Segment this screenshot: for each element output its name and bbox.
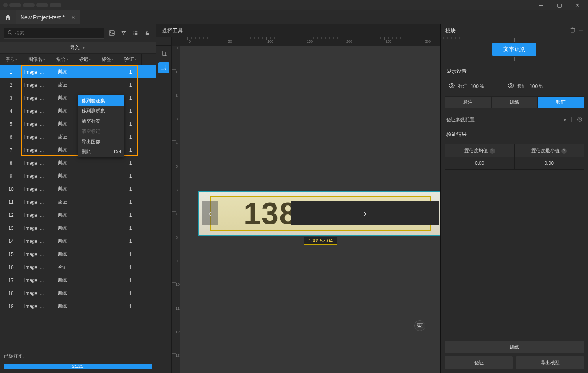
- add-module-icon[interactable]: +: [579, 26, 583, 35]
- list-view-icon[interactable]: [131, 29, 140, 37]
- table-row[interactable]: 17image_...训练1: [0, 274, 156, 287]
- svg-rect-20: [419, 325, 420, 326]
- col-index[interactable]: 序号▾: [0, 54, 22, 65]
- col-name[interactable]: 图像名▾: [22, 54, 51, 65]
- table-row[interactable]: 12image_...训练1: [0, 209, 156, 222]
- ctx-move-to-validation[interactable]: 移到验证集: [78, 95, 124, 106]
- train-button[interactable]: 训练: [445, 341, 584, 353]
- maximize-button[interactable]: ▢: [550, 0, 568, 10]
- th-confidence-min: 置信度最小值?: [515, 144, 584, 157]
- prev-image-button[interactable]: ‹: [202, 201, 218, 225]
- ctx-clear-mark: 清空标记: [78, 126, 124, 136]
- verify-config-row[interactable]: 验证参数配置 ▸ |: [441, 113, 588, 127]
- ruler-vertical: 012345678910111213: [172, 46, 180, 373]
- show-verification-toggle[interactable]: 验证 100 %: [508, 82, 543, 90]
- project-tab[interactable]: New Project-test * ✕: [16, 10, 80, 24]
- canvas[interactable]: 138957-04 ‹ › 138957-04: [180, 46, 440, 373]
- center-header: 选择工具: [156, 24, 440, 37]
- image-filter-icon[interactable]: [108, 29, 116, 37]
- svg-rect-18: [417, 325, 418, 326]
- search-input[interactable]: [15, 30, 101, 36]
- table-row[interactable]: 19image_...训练1: [0, 300, 156, 313]
- tab-annotate[interactable]: 标注: [445, 96, 491, 108]
- table-row[interactable]: 8image_...训练1: [0, 157, 156, 170]
- svg-rect-19: [419, 325, 419, 326]
- verify-button[interactable]: 验证: [445, 356, 513, 369]
- svg-point-24: [451, 85, 453, 86]
- svg-rect-4: [134, 31, 134, 32]
- svg-rect-15: [419, 325, 420, 325]
- right-panel: 模块 + 文本识别 显示设置 标注 100 %: [440, 24, 588, 373]
- table-row[interactable]: 18image_...训练1: [0, 287, 156, 300]
- tab-close-icon[interactable]: ✕: [71, 14, 76, 21]
- table-row[interactable]: 14image_...训练1: [0, 235, 156, 248]
- tabbar: New Project-test * ✕: [0, 10, 588, 24]
- module-chip[interactable]: 文本识别: [492, 43, 536, 56]
- center-panel: 选择工具 050100150200250300 0123456789101112…: [156, 24, 440, 373]
- svg-rect-10: [146, 33, 149, 35]
- svg-rect-5: [135, 31, 137, 32]
- table-row[interactable]: 11image_...验证1: [0, 196, 156, 209]
- table-row[interactable]: 1image_...训练1: [0, 65, 156, 78]
- next-image-button[interactable]: ›: [291, 201, 439, 225]
- context-menu: 移到验证集 移到测试集 清空标签 清空标记 导出图像 删除Del: [78, 95, 124, 157]
- table-row[interactable]: 2image_...验证1: [0, 78, 156, 91]
- svg-rect-8: [134, 34, 134, 35]
- tab-train[interactable]: 训练: [491, 96, 538, 108]
- progress-text: 21/21: [72, 364, 83, 369]
- eye-icon: [508, 82, 514, 90]
- col-tag[interactable]: 标签▾: [96, 54, 119, 65]
- ocr-region[interactable]: 138957-04 ‹ ›: [198, 191, 440, 236]
- col-set[interactable]: 集合▾: [51, 54, 73, 65]
- tool-select[interactable]: [158, 62, 169, 73]
- svg-rect-21: [421, 325, 421, 326]
- table-row[interactable]: 10image_...训练1: [0, 183, 156, 196]
- help-icon[interactable]: ?: [490, 148, 495, 154]
- svg-rect-14: [419, 325, 419, 325]
- ctx-move-to-test[interactable]: 移到测试集: [78, 106, 124, 116]
- ctx-export-image[interactable]: 导出图像: [78, 136, 124, 147]
- svg-rect-23: [418, 326, 421, 327]
- vertical-toolbar: [156, 46, 172, 373]
- left-panel: 导入 ▼ 序号▾ 图像名▾ 集合▾ 标记▾ 标签▾ 验证▾ 1image_...…: [0, 24, 156, 373]
- titlebar: ─ ▢ ✕: [0, 0, 588, 10]
- ctx-delete[interactable]: 删除Del: [78, 147, 124, 157]
- ocr-result-label: 138957-04: [304, 237, 337, 245]
- filter-icon[interactable]: [119, 29, 128, 37]
- svg-rect-16: [421, 325, 421, 325]
- search-icon: [7, 30, 13, 36]
- search-box[interactable]: [4, 28, 104, 39]
- import-label: 导入: [70, 45, 80, 51]
- expand-icon[interactable]: ▸: [564, 117, 566, 123]
- close-window-button[interactable]: ✕: [568, 0, 586, 10]
- tool-title: 选择工具: [162, 27, 183, 34]
- ctx-clear-tag[interactable]: 清空标签: [78, 116, 124, 126]
- delete-module-icon[interactable]: [570, 27, 575, 34]
- keyboard-icon[interactable]: [414, 320, 425, 331]
- svg-point-0: [8, 31, 11, 34]
- table-row[interactable]: 15image_...训练1: [0, 248, 156, 261]
- minimize-button[interactable]: ─: [532, 0, 550, 10]
- history-icon[interactable]: [577, 117, 582, 123]
- help-icon[interactable]: ?: [561, 148, 567, 154]
- tab-title: New Project-test *: [20, 14, 65, 21]
- table-row[interactable]: 13image_...训练1: [0, 222, 156, 235]
- import-button[interactable]: 导入 ▼: [0, 42, 156, 54]
- tab-verify[interactable]: 验证: [538, 96, 584, 108]
- lock-icon[interactable]: [143, 29, 152, 37]
- table-row[interactable]: 9image_...训练1: [0, 170, 156, 183]
- home-button[interactable]: [0, 10, 16, 24]
- col-mark[interactable]: 标记▾: [73, 54, 96, 65]
- th-confidence-mean: 置信度均值?: [445, 144, 515, 157]
- result-table: 置信度均值? 置信度最小值? 0.00 0.00: [445, 144, 584, 170]
- svg-rect-17: [422, 325, 422, 325]
- left-footer: 已标注图片 21/21: [0, 349, 156, 373]
- show-annotation-toggle[interactable]: 标注 100 %: [449, 82, 484, 90]
- tool-crop[interactable]: [158, 48, 169, 59]
- col-verify[interactable]: 验证▾: [119, 54, 142, 65]
- export-model-button[interactable]: 导出模型: [516, 356, 584, 369]
- svg-rect-6: [134, 33, 134, 34]
- table-row[interactable]: 16image_...验证1: [0, 261, 156, 274]
- svg-rect-22: [422, 325, 422, 326]
- svg-rect-13: [417, 325, 418, 325]
